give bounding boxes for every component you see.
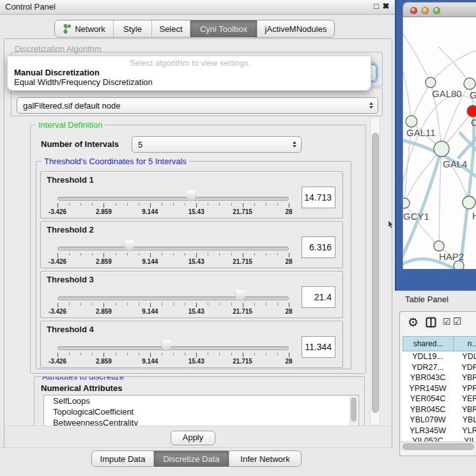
slider-tick: [116, 253, 116, 256]
checkbox-checked-icon[interactable]: ☑: [453, 316, 461, 327]
tab-discretize-data[interactable]: Discretize Data: [154, 451, 229, 466]
list-item[interactable]: SelfLoops: [44, 395, 358, 406]
cell-name: YPR1: [453, 383, 476, 394]
network-node[interactable]: [463, 196, 475, 209]
slider-tick: [81, 203, 81, 206]
close-traffic-light-icon[interactable]: [410, 7, 417, 14]
threshold-value-field[interactable]: 6.316: [302, 236, 335, 258]
slider-tick: [150, 203, 151, 208]
table-row[interactable]: YDL19...YDL1: [403, 351, 476, 362]
slider-tick: [81, 253, 81, 256]
slider-tick: [243, 353, 243, 357]
cell-shared-name: YBR045C: [403, 404, 453, 415]
threshold-slider-thumb[interactable]: [236, 290, 245, 302]
bottom-strip: Impute DataDiscretize DataInfer Network: [0, 447, 395, 476]
slider-tick: [150, 303, 151, 307]
threshold-value-field[interactable]: 21.4: [302, 286, 335, 308]
table-data-combobox[interactable]: galFiltered.sif default node: [17, 97, 378, 114]
zoom-traffic-light-icon[interactable]: [433, 7, 440, 14]
table-horizontal-scrollbar[interactable]: [400, 441, 476, 450]
network-node[interactable]: [434, 141, 449, 157]
network-canvas[interactable]: GAL80GCGAL11GAL4GCY1HHAP2: [403, 17, 476, 269]
apply-button[interactable]: Apply: [171, 431, 215, 445]
number-of-intervals-combobox[interactable]: 5: [132, 136, 302, 153]
list-vertical-scrollbar[interactable]: [349, 396, 358, 429]
table-row[interactable]: YLR345WYLR3: [403, 426, 476, 436]
network-node[interactable]: [403, 198, 410, 208]
numerical-attributes-list[interactable]: SelfLoopsTopologicalCoefficientBetweenne…: [43, 395, 359, 429]
threshold-slider-track[interactable]: [58, 346, 289, 350]
gear-icon[interactable]: ⚙: [408, 315, 418, 330]
threshold-slider-track[interactable]: [58, 247, 289, 250]
slider-tick: [231, 253, 232, 256]
table-row[interactable]: YBL079WYBL0: [403, 415, 476, 426]
slider-tick: [127, 353, 128, 355]
column-header-name[interactable]: n...: [453, 336, 476, 351]
split-columns-icon[interactable]: [426, 317, 436, 330]
threshold-value-field[interactable]: 14.713: [302, 187, 335, 208]
scrollbar-thumb[interactable]: [372, 133, 379, 413]
scrollbar-thumb[interactable]: [403, 443, 474, 450]
tab-jactivemnodules[interactable]: jActiveMNodules: [257, 20, 334, 37]
network-node[interactable]: [467, 105, 476, 117]
network-node[interactable]: [434, 241, 444, 251]
threshold-slider-track[interactable]: [58, 197, 289, 201]
table-row[interactable]: YBR043CYBR0: [403, 372, 476, 383]
slider-tick-label: 15.43: [180, 208, 212, 215]
column-header-shared-name[interactable]: shared...: [403, 336, 454, 351]
numerical-attributes-label: Numerical Attributes: [41, 383, 122, 393]
slider-tick: [139, 203, 139, 206]
threshold-slider-thumb[interactable]: [186, 190, 196, 203]
tab-select[interactable]: Select: [152, 20, 190, 37]
threshold-panel: Threshold 3-3.4262.8599.14415.4321.71528…: [40, 271, 343, 318]
threshold-value-field[interactable]: 11.344: [302, 336, 335, 358]
close-icon[interactable]: ✖: [381, 1, 391, 11]
slider-tick: [219, 353, 220, 355]
dropdown-option-equal-width[interactable]: Equal Width/Frequency Discretization: [8, 77, 371, 87]
slider-tick: [208, 303, 208, 305]
network-node[interactable]: [426, 77, 436, 88]
dropdown-option-manual[interactable]: Manual Discretization: [8, 68, 371, 77]
slider-tick: [127, 303, 128, 305]
table-row[interactable]: YDR27...YDR2: [403, 362, 476, 373]
cell-name: YBL0: [453, 415, 476, 426]
tab-impute-data[interactable]: Impute Data: [92, 451, 154, 466]
thresholds-group: Threshold's Coordinates for 5 Intervals …: [36, 161, 351, 369]
tab-infer-network[interactable]: Infer Network: [229, 451, 301, 466]
slider-tick-label: 2.859: [88, 358, 119, 365]
threshold-panel: Threshold 2-3.4262.8599.14415.4321.71528…: [40, 221, 343, 268]
threshold-label: Threshold 2: [47, 225, 94, 234]
list-item[interactable]: TopologicalCoefficient: [44, 406, 358, 417]
tab-style[interactable]: Style: [114, 20, 152, 37]
slider-tick: [162, 203, 162, 206]
number-of-intervals-label: Number of Intervals: [41, 139, 119, 149]
tab-network[interactable]: Network: [55, 20, 114, 37]
tab-label: jActiveMNodules: [265, 24, 327, 34]
minimize-traffic-light-icon[interactable]: [422, 7, 429, 14]
threshold-slider-thumb[interactable]: [125, 240, 134, 252]
scrollbar-thumb[interactable]: [351, 397, 357, 422]
network-node-label: GAL11: [406, 127, 436, 138]
network-node[interactable]: [464, 78, 475, 89]
panel-vertical-scrollbar[interactable]: [370, 119, 380, 424]
cell-shared-name: YBL079W: [403, 415, 453, 426]
network-node[interactable]: [406, 116, 417, 127]
tab-cyni-toolbox[interactable]: Cyni Toolbox: [190, 20, 257, 37]
slider-tick-label: 21.715: [227, 358, 259, 365]
slider-tick: [139, 303, 139, 305]
cell-name: YDL1: [453, 351, 476, 362]
table-row[interactable]: YER054CYER0: [403, 394, 476, 404]
threshold-slider-track[interactable]: [58, 296, 289, 300]
slider-tick: [139, 353, 139, 355]
checkbox-checked-icon[interactable]: ☑: [443, 316, 451, 326]
control-panel-titlebar: Control Panel □ ✖: [0, 0, 395, 15]
slider-tick: [104, 203, 104, 208]
slider-tick: [231, 353, 232, 355]
float-window-icon[interactable]: □: [371, 1, 381, 11]
table-row[interactable]: YPR145WYPR1: [403, 383, 476, 394]
table-row[interactable]: YBR045CYBR0: [403, 404, 476, 415]
slider-tick: [196, 203, 197, 208]
threshold-slider-thumb[interactable]: [162, 340, 171, 352]
threshold-label: Threshold 3: [47, 275, 94, 284]
tab-label: Select: [159, 24, 182, 34]
